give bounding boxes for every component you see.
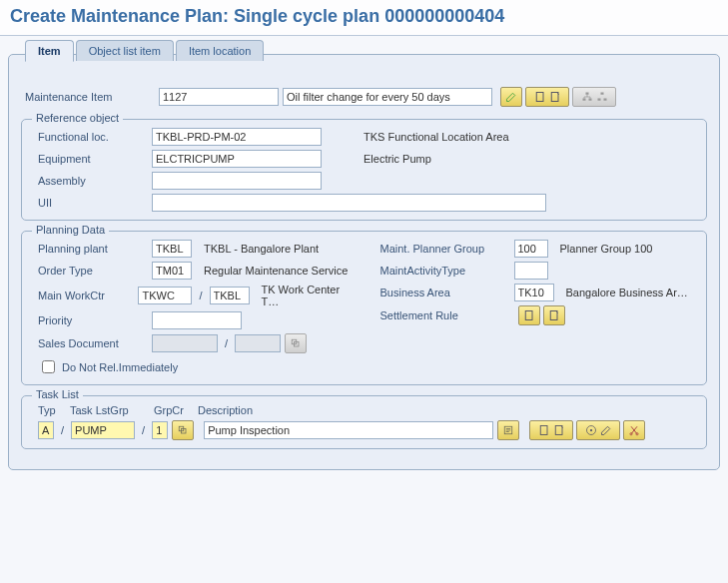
slash-sep4: / bbox=[139, 424, 148, 436]
page-title: Create Maintenance Plan: Single cycle pl… bbox=[0, 0, 728, 36]
task-list-title: Task List bbox=[32, 388, 83, 400]
tasklist-cut-icon[interactable] bbox=[623, 420, 645, 440]
planning-plant-desc: TKBL - Bangalore Plant bbox=[196, 243, 319, 255]
svg-rect-3 bbox=[582, 99, 585, 101]
svg-rect-4 bbox=[588, 99, 591, 101]
assembly-label: Assembly bbox=[38, 175, 148, 187]
slash-sep: / bbox=[196, 290, 205, 301]
main-workctr-desc: TK Work Center T… bbox=[254, 284, 349, 307]
planner-group-label: Maint. Planner Group bbox=[380, 243, 510, 255]
functional-loc-label: Functional loc. bbox=[38, 131, 148, 143]
main-panel: Item Object list item Item location Main… bbox=[8, 54, 720, 470]
tasklist-header-group: Task LstGrp bbox=[70, 404, 150, 416]
uii-input[interactable] bbox=[152, 194, 546, 212]
settlement-rule-display-icon[interactable] bbox=[518, 305, 540, 325]
planning-data-group: Planning Data Planning plant TKBL - Bang… bbox=[21, 231, 707, 385]
planning-plant-label: Planning plant bbox=[38, 243, 148, 255]
tasklist-header-typ: Typ bbox=[38, 404, 66, 416]
document-buttons[interactable] bbox=[525, 87, 569, 107]
equipment-label: Equipment bbox=[38, 153, 148, 165]
edit-longtext-icon[interactable] bbox=[500, 87, 522, 107]
tab-item-location[interactable]: Item location bbox=[176, 40, 264, 61]
svg-rect-16 bbox=[555, 426, 562, 435]
main-workctr-label: Main WorkCtr bbox=[38, 290, 134, 301]
tab-item[interactable]: Item bbox=[25, 40, 74, 62]
do-not-rel-label: Do Not Rel.Immediately bbox=[62, 361, 178, 373]
tasklist-search-icon[interactable] bbox=[172, 420, 194, 440]
sales-document-item-input[interactable] bbox=[235, 334, 281, 352]
slash-sep2: / bbox=[222, 337, 231, 349]
activity-type-input[interactable] bbox=[514, 262, 548, 280]
order-type-desc: Regular Maintenance Service bbox=[196, 265, 348, 277]
svg-rect-7 bbox=[603, 99, 606, 101]
settlement-rule-create-icon[interactable] bbox=[543, 305, 565, 325]
settlement-rule-label: Settlement Rule bbox=[380, 309, 510, 321]
activity-type-label: MaintActivityType bbox=[380, 265, 510, 277]
equipment-input[interactable] bbox=[152, 150, 322, 168]
reference-object-group: Reference object Functional loc. TKS Fun… bbox=[21, 119, 707, 221]
tasklist-header-desc: Description bbox=[198, 404, 253, 416]
tab-object-list-item[interactable]: Object list item bbox=[76, 40, 174, 61]
priority-input[interactable] bbox=[152, 311, 242, 329]
svg-rect-0 bbox=[536, 93, 543, 102]
planning-plant-input[interactable] bbox=[152, 240, 192, 258]
planning-data-title: Planning Data bbox=[32, 224, 109, 236]
planner-group-desc: Planner Group 100 bbox=[552, 243, 653, 255]
maintenance-item-desc-input[interactable] bbox=[283, 88, 492, 106]
svg-rect-15 bbox=[540, 426, 547, 435]
tasklist-desc-input[interactable] bbox=[204, 421, 493, 439]
business-area-desc: Bangalore Business Ar… bbox=[558, 287, 688, 298]
slash-sep3: / bbox=[58, 424, 67, 436]
maintenance-item-number-input[interactable] bbox=[159, 88, 279, 106]
uii-label: UII bbox=[38, 197, 148, 209]
order-type-label: Order Type bbox=[38, 265, 148, 277]
svg-rect-6 bbox=[597, 99, 600, 101]
equipment-desc: Electric Pump bbox=[356, 153, 431, 165]
tab-bar: Item Object list item Item location bbox=[25, 43, 719, 69]
priority-label: Priority bbox=[38, 314, 148, 326]
svg-rect-1 bbox=[551, 93, 558, 102]
assembly-input[interactable] bbox=[152, 172, 322, 190]
maintenance-item-label: Maintenance Item bbox=[25, 91, 155, 103]
sales-doc-search-icon[interactable] bbox=[285, 333, 307, 353]
hierarchy-buttons[interactable] bbox=[572, 87, 616, 107]
functional-loc-desc: TKS Functional Location Area bbox=[356, 131, 509, 143]
business-area-label: Business Area bbox=[380, 287, 510, 298]
sales-document-label: Sales Document bbox=[38, 337, 148, 349]
tasklist-doc-buttons[interactable] bbox=[529, 420, 573, 440]
svg-rect-10 bbox=[525, 311, 532, 320]
main-workctr-plant-input[interactable] bbox=[210, 287, 250, 304]
tasklist-header-counter: GrpCr bbox=[154, 404, 194, 416]
business-area-input[interactable] bbox=[514, 284, 554, 301]
tasklist-group-input[interactable] bbox=[71, 421, 135, 439]
order-type-input[interactable] bbox=[152, 262, 192, 280]
main-workctr-input[interactable] bbox=[138, 287, 192, 304]
planner-group-input[interactable] bbox=[514, 240, 548, 258]
tasklist-typ-input[interactable] bbox=[38, 421, 54, 439]
tasklist-edit-buttons[interactable] bbox=[576, 420, 620, 440]
sales-document-input[interactable] bbox=[152, 334, 218, 352]
svg-rect-5 bbox=[600, 93, 603, 95]
task-list-group: Task List Typ Task LstGrp GrpCr Descript… bbox=[21, 395, 707, 449]
do-not-rel-checkbox[interactable] bbox=[42, 360, 55, 373]
functional-loc-input[interactable] bbox=[152, 128, 322, 146]
svg-rect-2 bbox=[585, 93, 588, 95]
tasklist-longtext-icon[interactable] bbox=[497, 420, 519, 440]
tasklist-counter-input[interactable] bbox=[152, 421, 168, 439]
reference-object-title: Reference object bbox=[32, 112, 123, 124]
svg-point-17 bbox=[590, 429, 592, 431]
svg-rect-11 bbox=[550, 311, 557, 320]
